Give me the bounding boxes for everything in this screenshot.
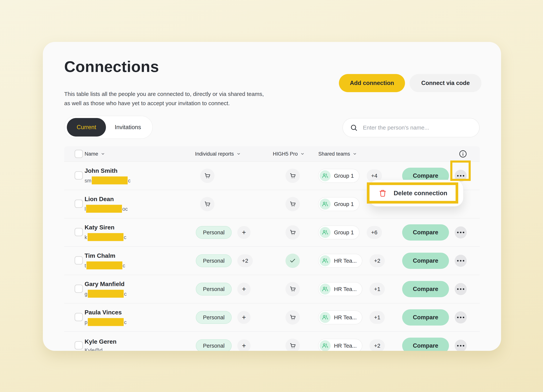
people-icon	[322, 342, 328, 349]
connect-via-code-button[interactable]: Connect via code	[409, 74, 481, 92]
email-suffix: oc	[122, 206, 128, 212]
team-badge[interactable]: HR Tea...	[318, 282, 362, 296]
more-reports-button[interactable]: +	[237, 283, 250, 295]
column-label: Name	[85, 151, 98, 157]
column-header-shared-teams[interactable]: Shared teams	[318, 146, 357, 161]
person-email: pc	[85, 318, 190, 326]
team-badge[interactable]: HR Tea...	[318, 339, 362, 351]
select-all-checkbox[interactable]	[74, 150, 83, 158]
compare-button[interactable]: Compare	[402, 309, 449, 325]
buy-pro-button[interactable]	[285, 339, 300, 351]
shared-teams-cell: HR Tea...+2	[318, 339, 385, 351]
row-checkbox[interactable]	[74, 284, 83, 293]
team-badge[interactable]: HR Tea...	[318, 254, 362, 268]
compare-button[interactable]: Compare	[402, 253, 449, 269]
shopping-cart-icon	[204, 172, 211, 179]
compare-button[interactable]: Compare	[402, 281, 449, 297]
individual-reports-cell	[200, 197, 215, 211]
name-cell: Kyle GerenKyle@d	[85, 338, 190, 351]
info-icon-button[interactable]	[459, 150, 467, 158]
personal-report-badge[interactable]: Personal	[196, 283, 232, 295]
tab-current[interactable]: Current	[67, 118, 106, 136]
more-teams-button[interactable]: +1	[369, 283, 385, 295]
team-badge[interactable]: Group 1	[318, 169, 359, 183]
team-badge[interactable]: Group 1	[318, 197, 359, 211]
pro-active-badge	[285, 254, 300, 268]
add-connection-button[interactable]: Add connection	[339, 74, 405, 92]
highlight-box-delete-menu	[367, 182, 458, 204]
buy-pro-button[interactable]	[285, 310, 300, 324]
team-name: Group 1	[334, 229, 354, 236]
row-menu-cell	[455, 340, 467, 351]
people-icon-circle	[320, 199, 331, 210]
buy-pro-button[interactable]	[285, 169, 300, 183]
more-options-button[interactable]	[455, 255, 467, 267]
personal-report-badge[interactable]: Personal	[196, 254, 232, 267]
row-checkbox[interactable]	[74, 228, 83, 236]
row-checkbox[interactable]	[74, 256, 83, 265]
more-reports-button[interactable]: +2	[237, 254, 253, 267]
people-icon	[322, 286, 328, 292]
more-teams-button[interactable]: +6	[367, 226, 382, 239]
search-icon	[350, 124, 358, 131]
personal-report-badge[interactable]: Personal	[196, 226, 232, 239]
email-suffix: c	[124, 234, 126, 240]
checkmark-icon	[289, 258, 296, 264]
name-cell: Lion Deanloc	[85, 196, 190, 213]
individual-reports-cell	[200, 169, 215, 183]
person-name: Lion Dean	[85, 196, 190, 203]
column-header-high5-pro[interactable]: HIGH5 Pro	[273, 146, 305, 161]
more-options-button[interactable]	[455, 283, 467, 295]
shared-teams-cell: HR Tea...+2	[318, 254, 385, 268]
more-teams-button[interactable]: +2	[369, 339, 385, 351]
search-input[interactable]	[362, 124, 474, 131]
table-row: Tim ChalmtcPersonal+2HR Tea...+2Compare	[64, 246, 480, 275]
row-checkbox-cell	[74, 313, 83, 322]
more-teams-button[interactable]: +1	[369, 311, 385, 324]
individual-reports-cell: Personal+2	[196, 254, 253, 267]
team-name: HR Tea...	[334, 286, 357, 292]
tab-invitations[interactable]: Invitations	[106, 124, 150, 131]
buy-report-button[interactable]	[200, 169, 215, 183]
compare-button[interactable]: Compare	[402, 338, 449, 351]
row-menu-cell	[455, 311, 467, 324]
email-suffix: c	[123, 263, 125, 268]
column-label: Shared teams	[318, 151, 350, 157]
row-checkbox[interactable]	[74, 199, 83, 208]
high5-pro-cell	[285, 310, 300, 324]
individual-reports-cell: Personal+	[196, 226, 250, 239]
personal-report-badge[interactable]: Personal	[196, 339, 232, 351]
column-header-name[interactable]: Name	[85, 146, 105, 161]
email-redaction-bar	[86, 205, 122, 213]
more-teams-button[interactable]: +2	[369, 254, 385, 267]
compare-button[interactable]: Compare	[402, 224, 449, 241]
ellipsis-dot	[457, 260, 458, 261]
table-row: Kyle GerenKyle@dPersonal+HR Tea...+2Comp…	[64, 331, 480, 351]
buy-pro-button[interactable]	[285, 197, 300, 211]
high5-pro-cell	[285, 254, 300, 268]
more-reports-button[interactable]: +	[237, 339, 250, 351]
row-menu-cell	[455, 226, 467, 239]
highlight-box-more-button	[450, 160, 471, 181]
table-row: Paula VincespcPersonal+HR Tea...+1Compar…	[64, 303, 480, 331]
compare-cell: Compare	[402, 309, 449, 325]
buy-pro-button[interactable]	[285, 225, 300, 240]
email-suffix: c	[124, 319, 127, 325]
row-checkbox[interactable]	[74, 341, 83, 350]
buy-pro-button[interactable]	[285, 282, 300, 296]
more-reports-button[interactable]: +	[237, 311, 250, 324]
more-options-button[interactable]	[455, 226, 467, 239]
more-options-button[interactable]	[455, 311, 467, 324]
row-checkbox[interactable]	[74, 313, 83, 321]
people-icon-circle	[320, 284, 331, 295]
row-checkbox[interactable]	[74, 171, 83, 180]
personal-report-badge[interactable]: Personal	[196, 311, 232, 324]
table-header: NameIndividual reportsHIGH5 ProShared te…	[64, 146, 480, 161]
name-cell: John Smithsmc	[85, 167, 190, 184]
buy-report-button[interactable]	[200, 197, 215, 211]
team-badge[interactable]: Group 1	[318, 226, 359, 239]
more-options-button[interactable]	[455, 340, 467, 351]
team-badge[interactable]: HR Tea...	[318, 310, 362, 324]
more-reports-button[interactable]: +	[237, 226, 250, 239]
column-header-individual-reports[interactable]: Individual reports	[195, 146, 241, 161]
